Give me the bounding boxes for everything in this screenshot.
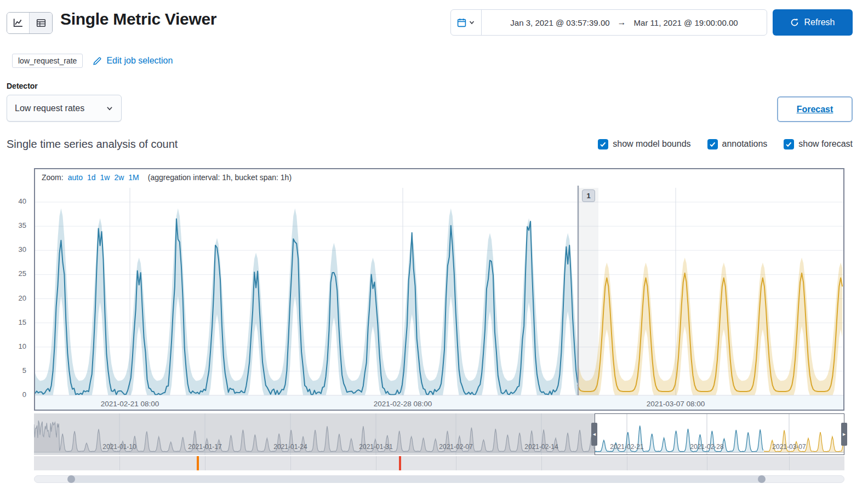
quick-select-button[interactable] [451,10,482,35]
toggle-label: show forecast [798,139,853,149]
refresh-label: Refresh [804,18,835,27]
date-range-picker: Jan 3, 2021 @ 03:57:39.00 → Mar 11, 2021… [450,9,767,36]
data-table-icon [36,18,46,28]
line-chart-icon [13,18,23,28]
lane-gridline [627,456,627,470]
checkbox-show-model-bounds[interactable] [598,139,608,149]
y-axis-label: 20 [8,294,26,304]
refresh-button[interactable]: Refresh [773,9,853,36]
lane-gridline [789,456,790,470]
view-toggle-group [7,12,53,34]
table-view-button[interactable] [30,13,52,33]
y-axis-labels: 4035302520151050 [0,0,33,495]
navigator-tick-label: 2021-01-17 [188,443,221,451]
pencil-icon [93,56,102,66]
zoom-option-auto[interactable]: auto [68,173,83,182]
chart-toggles: show model bounds annotations show forec… [598,139,853,149]
lane-gridline [119,456,120,470]
annotation-lane [34,456,844,470]
section-row: Single time series analysis of count sho… [7,135,853,153]
toggle-annotations[interactable]: annotations [707,139,768,149]
y-axis-label: 15 [8,318,26,328]
navigator-handle-left-icon[interactable]: ◂ [591,423,597,446]
toggle-show-model-bounds[interactable]: show model bounds [598,139,690,149]
navigator-tick-label: 2021-01-31 [359,443,392,451]
zoom-option-2w[interactable]: 2w [114,173,124,182]
page-title: Single Metric Viewer [60,10,216,28]
y-axis-label: 5 [8,366,26,376]
x-axis-label: 2021-02-21 08:00 [101,400,159,408]
checkbox-show-forecast[interactable] [784,139,794,149]
lane-gridline [541,456,542,470]
forecast-button[interactable]: Forecast [777,96,853,122]
y-axis-label: 40 [8,197,26,207]
zoom-label: Zoom: [42,173,64,182]
toolbar-right: Jan 3, 2021 @ 03:57:39.00 → Mar 11, 2021… [450,9,853,36]
zoom-option-1w[interactable]: 1w [100,173,110,182]
job-badge: low_request_rate [12,54,83,68]
toggle-show-forecast[interactable]: show forecast [784,139,853,149]
section-heading: Single time series analysis of count [7,138,178,151]
single-metric-viewer-app: Single Metric Viewer Jan 3, 2021 @ 03:57… [0,0,868,495]
lane-gridline [376,456,376,470]
y-axis-label: 30 [8,245,26,255]
zoom-option-1d[interactable]: 1d [87,173,96,182]
zoom-option-1M[interactable]: 1M [128,173,139,182]
annotation-marker[interactable] [197,456,199,470]
check-icon [785,141,792,148]
x-axis-label: 2021-02-28 08:00 [374,400,432,408]
calendar-icon [457,18,466,27]
x-axis-label: 2021-03-07 08:00 [647,400,705,408]
date-range: Jan 3, 2021 @ 03:57:39.00 → Mar 11, 2021… [482,18,767,27]
detector-select-value: Low request rates [15,103,84,113]
annotation-marker[interactable] [399,456,401,470]
edit-job-selection-label: Edit job selection [106,56,173,66]
scrollbar-selected-range[interactable] [71,475,762,483]
checkbox-annotations[interactable] [707,139,718,149]
main-chart-canvas[interactable] [35,169,843,410]
toggle-label: show model bounds [613,139,690,149]
job-row: low_request_rate Edit job selection [12,54,173,68]
y-axis-label: 10 [8,342,26,352]
scrollbar-handle[interactable] [758,475,766,483]
navigator-selection-window[interactable] [595,413,844,455]
navigator-tick-label: 2021-02-07 [439,443,472,451]
check-icon [709,141,716,148]
select-chevron-down-icon [106,105,113,112]
aggregation-interval-note: (aggregation interval: 1h, bucket span: … [148,173,292,182]
date-range-end[interactable]: Mar 11, 2021 @ 19:00:00.00 [634,18,738,27]
detector-label: Detector [7,82,38,90]
chevron-down-icon [469,19,475,26]
edit-job-selection-link[interactable]: Edit job selection [93,56,173,66]
navigator-tick-label: 2021-01-24 [273,443,307,451]
lane-gridline [707,456,707,470]
check-icon [599,141,607,148]
navigator: 2021-01-102021-01-172021-01-242021-01-31… [34,413,844,455]
toggle-label: annotations [722,139,768,149]
scrollbar-handle[interactable] [67,475,75,483]
lane-gridline [290,456,291,470]
y-axis-label: 0 [8,390,26,400]
zoom-controls: Zoom: auto 1d 1w 2w 1M (aggregation inte… [42,173,292,182]
timeline-scrollbar[interactable] [34,474,844,484]
lane-gridline [456,456,456,470]
y-axis-label: 35 [8,221,26,231]
navigator-tick-label: 2021-02-14 [524,443,558,451]
chart-view-button[interactable] [7,13,30,33]
arrow-right-icon: → [618,18,626,27]
navigator-tick-label: 2021-01-10 [102,443,136,451]
refresh-icon [790,18,799,27]
navigator-handle-right-icon[interactable]: ▸ [841,423,847,446]
y-axis-label: 25 [8,269,26,279]
main-chart: Zoom: auto 1d 1w 2w 1M (aggregation inte… [34,168,844,411]
lane-gridline [205,456,205,470]
annotation-badge[interactable]: 1 [582,189,595,202]
date-range-start[interactable]: Jan 3, 2021 @ 03:57:39.00 [510,18,609,27]
detector-select[interactable]: Low request rates [7,95,122,122]
